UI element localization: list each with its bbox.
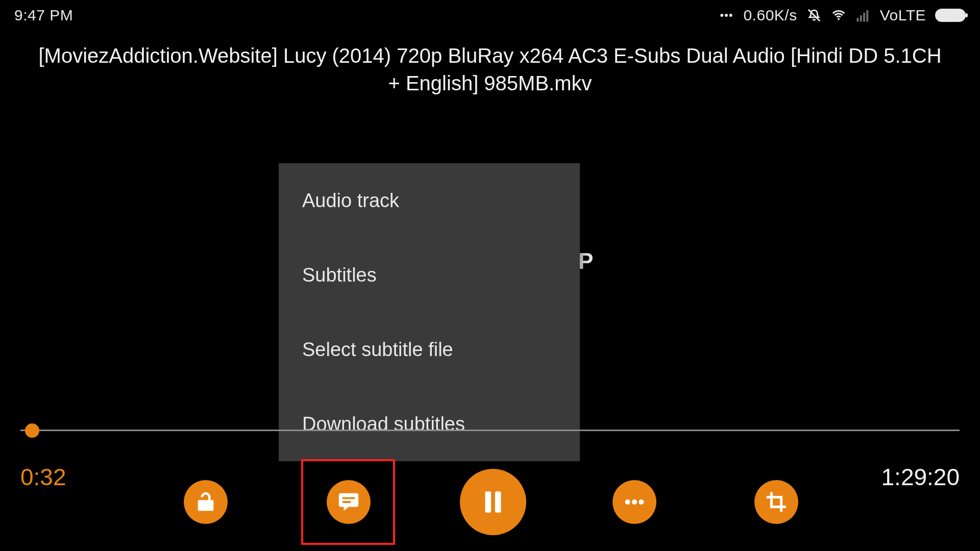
svg-rect-7 [863, 13, 865, 22]
subtitle-icon [337, 490, 360, 514]
total-time: 1:29:20 [881, 463, 960, 491]
aspect-ratio-button[interactable] [754, 480, 798, 524]
svg-point-0 [721, 14, 724, 17]
svg-point-15 [639, 499, 644, 505]
svg-point-1 [725, 14, 728, 17]
pause-icon [477, 486, 509, 518]
svg-point-2 [729, 14, 732, 17]
unlock-icon [194, 490, 217, 514]
menu-item-label: Audio track [302, 190, 399, 212]
video-frame-glyph: P [578, 248, 594, 274]
svg-rect-5 [856, 18, 859, 22]
menu-item-label: Download subtitles [302, 413, 465, 435]
status-time: 9:47 PM [14, 7, 73, 24]
battery-icon [935, 9, 966, 22]
subtitle-popup-menu: Audio track Subtitles Select subtitle fi… [279, 163, 580, 461]
seek-track [20, 430, 960, 431]
more-dots-icon [719, 8, 734, 23]
more-options-button[interactable] [612, 480, 656, 524]
svg-point-14 [632, 499, 637, 505]
current-time: 0:32 [20, 463, 66, 491]
status-bar: 9:47 PM 0.60K/s VoLTE [0, 0, 980, 31]
menu-item-label: Subtitles [302, 264, 377, 286]
status-network-label: VoLTE [880, 7, 926, 24]
menu-item-select-subtitle[interactable]: Select subtitle file [279, 312, 580, 387]
svg-rect-8 [866, 10, 868, 22]
seek-thumb[interactable] [25, 423, 39, 438]
svg-point-4 [838, 18, 840, 20]
svg-point-13 [625, 499, 630, 505]
menu-item-label: Select subtitle file [302, 339, 453, 361]
signal-icon [855, 8, 871, 23]
more-horizontal-icon [623, 490, 646, 514]
menu-item-download-subtitles[interactable]: Download subtitles [279, 387, 580, 461]
menu-item-audio-track[interactable]: Audio track [279, 163, 580, 238]
play-pause-button[interactable] [460, 469, 526, 535]
svg-rect-10 [342, 501, 351, 503]
svg-rect-6 [860, 15, 862, 22]
crop-icon [765, 490, 788, 514]
svg-rect-9 [342, 497, 355, 499]
svg-rect-12 [495, 491, 501, 512]
mute-icon [806, 8, 822, 23]
wifi-icon [831, 8, 846, 23]
menu-item-subtitles[interactable]: Subtitles [279, 238, 580, 312]
svg-rect-11 [485, 491, 492, 512]
status-right-cluster: 0.60K/s VoLTE [719, 7, 966, 24]
lock-button[interactable] [184, 480, 228, 524]
status-net-speed: 0.60K/s [743, 7, 797, 24]
seek-bar[interactable] [20, 430, 960, 431]
subtitles-button[interactable] [327, 480, 371, 524]
video-title: [MoviezAddiction.Website] Lucy (2014) 72… [31, 42, 949, 97]
